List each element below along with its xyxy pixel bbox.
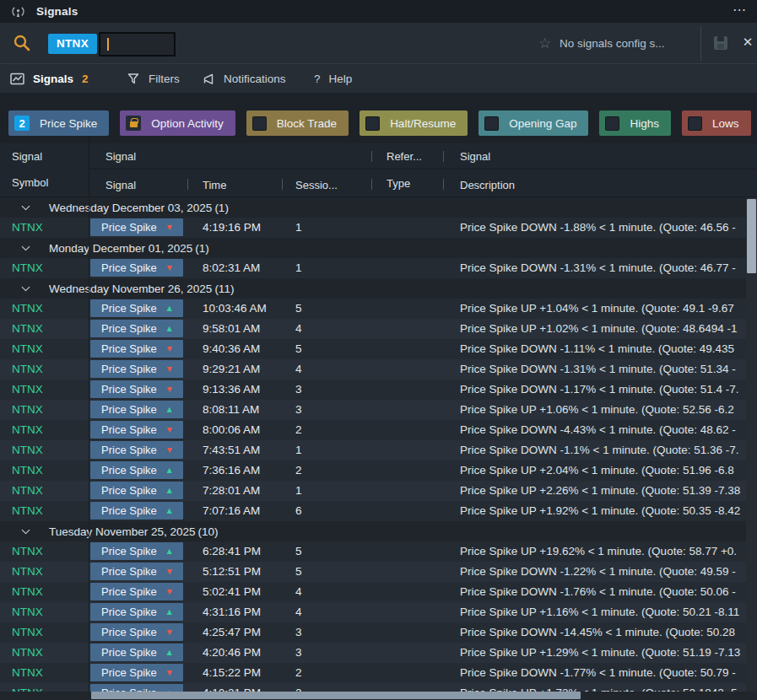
chevron-down-icon[interactable] (20, 526, 30, 536)
chevron-down-icon[interactable] (20, 283, 30, 293)
chevron-down-icon[interactable] (20, 243, 30, 253)
col-group-signal[interactable]: Signal (12, 150, 42, 163)
symbol-cell: NTNX (12, 440, 43, 460)
symbol-cell: NTNX (12, 400, 43, 420)
tab-signals[interactable]: Signals 2 (10, 64, 89, 93)
group-header-row[interactable]: Wednesday November 26, 2025(11) (0, 278, 757, 299)
table-row[interactable]: NTNXPrice Spike▼8:02:31 AM1Price Spike D… (0, 258, 757, 278)
chevron-down-icon[interactable] (20, 202, 30, 213)
col-symbol[interactable]: Symbol (12, 176, 48, 189)
arrow-up-icon: ▲ (165, 502, 174, 520)
description-cell: Price Spike DOWN -1.76% < 1 minute. (Quo… (460, 582, 745, 602)
table-row[interactable]: NTNXPrice Spike▲4:31:16 PM4Price Spike U… (0, 602, 757, 622)
favorite-star-icon[interactable]: ☆ (538, 35, 551, 52)
window-menu-icon[interactable]: ⋯ (733, 6, 747, 14)
signal-label: Price Spike (101, 461, 157, 479)
table-body: Wednesday December 03, 2025(1)NTNXPrice … (0, 197, 757, 700)
description-cell: Price Spike DOWN -14.45% < 1 minute. (Qu… (460, 622, 745, 643)
description-cell: Price Spike UP +1.04% < 1 minute. (Quote… (460, 299, 745, 319)
table-row[interactable]: NTNXPrice Spike▼9:40:36 AM5Price Spike D… (0, 339, 757, 359)
time-cell: 5:12:51 PM (203, 562, 261, 582)
table-row[interactable]: NTNXPrice Spike▲8:08:11 AM3Price Spike U… (0, 400, 757, 420)
col-description[interactable]: Description (460, 179, 515, 191)
time-cell: 4:25:47 PM (203, 622, 261, 643)
table-row[interactable]: NTNXPrice Spike▲6:28:41 PM5Price Spike U… (0, 541, 757, 562)
vertical-scrollbar-thumb[interactable] (747, 199, 756, 273)
megaphone-icon (201, 72, 215, 86)
description-cell: Price Spike DOWN -1.31% < 1 minute. (Quo… (460, 258, 745, 278)
table-row[interactable]: NTNXPrice Spike▲7:36:16 AM2Price Spike U… (0, 460, 757, 481)
table-row[interactable]: NTNXPrice Spike▼9:29:21 AM4Price Spike D… (0, 359, 757, 380)
arrow-up-icon: ▲ (165, 643, 174, 661)
signal-label: Price Spike (101, 360, 157, 378)
filter-price-spike[interactable]: 2 Price Spike (8, 110, 109, 136)
table-row[interactable]: NTNXPrice Spike▼5:12:51 PM5Price Spike D… (0, 562, 757, 582)
vertical-scrollbar[interactable] (746, 197, 757, 700)
table-row[interactable]: NTNXPrice Spike▲9:58:01 AM4Price Spike U… (0, 319, 757, 339)
group-header-row[interactable]: Monday December 01, 2025(1) (0, 238, 757, 258)
signal-label: Price Spike (101, 421, 157, 439)
checkbox[interactable] (252, 116, 267, 131)
signal-label: Price Spike (101, 502, 157, 520)
symbol-cell: NTNX (12, 643, 43, 663)
col-group-signal-3[interactable]: Signal (460, 150, 490, 163)
table-row[interactable]: NTNXPrice Spike▲4:20:46 PM3Price Spike U… (0, 643, 757, 663)
tab-notifications[interactable]: Notifications (201, 64, 286, 93)
filter-opening-gap[interactable]: Opening Gap (479, 110, 588, 136)
horizontal-scrollbar[interactable] (0, 692, 746, 700)
symbol-cell: NTNX (12, 602, 43, 622)
col-group-signal-2[interactable]: Signal (105, 150, 136, 163)
table-row[interactable]: NTNXPrice Spike▼4:15:22 PM2Price Spike D… (0, 663, 757, 683)
description-cell: Price Spike UP +2.26% < 1 minute. (Quote… (460, 481, 745, 501)
col-signal[interactable]: Signal (105, 179, 136, 191)
col-group-reference[interactable]: Refer... (387, 150, 422, 163)
group-header-row[interactable]: Wednesday December 03, 2025(1) (0, 197, 757, 218)
group-date-label: Tuesday November 25, 2025 (49, 525, 196, 538)
table-row[interactable]: NTNXPrice Spike▲7:28:01 AM1Price Spike U… (0, 481, 757, 501)
checkbox[interactable] (365, 116, 380, 131)
group-header-row[interactable]: Tuesday November 25, 2025(10) (0, 521, 757, 541)
table-row[interactable]: NTNXPrice Spike▼9:13:36 AM3Price Spike D… (0, 380, 757, 400)
checkbox[interactable] (688, 116, 702, 131)
table-row[interactable]: NTNXPrice Spike▼4:25:47 PM3Price Spike D… (0, 622, 757, 643)
symbol-tag[interactable]: NTNX (48, 34, 97, 54)
table-row[interactable]: NTNXPrice Spike▲7:07:16 AM6Price Spike U… (0, 501, 757, 521)
close-button[interactable]: ✕ (740, 34, 755, 51)
time-cell: 7:36:16 AM (203, 460, 260, 481)
time-cell: 4:20:46 PM (203, 643, 261, 663)
session-cell: 1 (295, 218, 302, 238)
table-row[interactable]: NTNXPrice Spike▼7:43:51 AM1Price Spike D… (0, 440, 757, 460)
save-button[interactable] (711, 34, 730, 52)
filter-block-trade[interactable]: Block Trade (246, 110, 349, 136)
col-time[interactable]: Time (203, 179, 226, 191)
signal-label: Price Spike (101, 664, 157, 681)
checkbox[interactable] (605, 116, 619, 131)
arrow-up-icon: ▲ (165, 401, 174, 418)
filter-highs[interactable]: Highs (599, 110, 671, 136)
filter-lows[interactable]: Lows (682, 110, 751, 136)
tab-help[interactable]: ? Help (314, 64, 352, 93)
group-count-label: (10) (198, 525, 219, 538)
col-session[interactable]: Sessio... (295, 179, 338, 191)
session-cell: 5 (295, 541, 302, 562)
filter-option-activity[interactable]: Option Activity (120, 110, 235, 136)
col-type[interactable]: Type (387, 177, 410, 190)
checkbox[interactable] (484, 116, 499, 131)
signal-badge: Price Spike▼ (90, 623, 183, 641)
session-cell: 3 (295, 380, 302, 400)
table-row[interactable]: NTNXPrice Spike▼5:02:41 PM4Price Spike D… (0, 582, 757, 602)
table-row[interactable]: NTNXPrice Spike▼8:00:06 AM2Price Spike D… (0, 420, 757, 440)
column-divider (89, 143, 89, 197)
table-row[interactable]: NTNXPrice Spike▲10:03:46 AM5Price Spike … (0, 299, 757, 319)
time-cell: 8:00:06 AM (203, 420, 260, 440)
tab-filters[interactable]: Filters (127, 64, 180, 93)
session-cell: 6 (295, 501, 302, 521)
horizontal-scrollbar-thumb[interactable] (91, 692, 581, 699)
session-cell: 2 (295, 460, 302, 481)
signal-label: Price Spike (101, 218, 157, 236)
table-row[interactable]: NTNXPrice Spike▼4:19:16 PM1Price Spike D… (0, 218, 757, 238)
search-input[interactable] (99, 32, 176, 57)
filter-halt-resume[interactable]: Halt/Resume (360, 110, 468, 136)
symbol-cell: NTNX (12, 359, 43, 380)
signal-label: Price Spike (101, 563, 157, 580)
